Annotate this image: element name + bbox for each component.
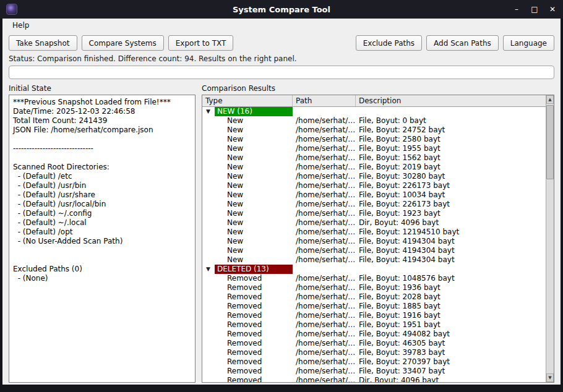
- filter-input[interactable]: [9, 66, 554, 79]
- expander-icon[interactable]: ▼: [206, 265, 215, 274]
- results-tree: Type Path Description ▼NEW (16)New/home/…: [202, 95, 546, 382]
- scrollbar-track[interactable]: [546, 104, 554, 373]
- tree-row[interactable]: New/home/serhat/…File, Boyut: 1923 bayt: [202, 209, 546, 218]
- tree-row[interactable]: Removed/home/serhat/…Dir, Boyut: 4096 ba…: [202, 376, 546, 382]
- tree-row[interactable]: New/home/serhat/…File, Boyut: 1955 bayt: [202, 144, 546, 153]
- scrollbar-thumb[interactable]: [546, 105, 554, 179]
- tree-row[interactable]: New/home/serhat/…File, Boyut: 0 bayt: [202, 116, 546, 126]
- tree-row[interactable]: New/home/serhat/…File, Boyut: 4194304 ba…: [202, 246, 546, 255]
- menubar: Help: [2, 19, 561, 32]
- tree-row[interactable]: New/home/serhat/…File, Boyut: 12194510 b…: [202, 228, 546, 237]
- tree-group-row[interactable]: ▼NEW (16): [202, 107, 546, 116]
- tree-row[interactable]: New/home/serhat/…File, Boyut: 226173 bay…: [202, 181, 546, 190]
- titlebar: System Compare Tool – □ ✕: [0, 0, 563, 19]
- tree-row[interactable]: Removed/home/serhat/…File, Boyut: 46305 …: [202, 339, 546, 348]
- tree-header: Type Path Description: [202, 95, 546, 107]
- client-area: Help Take Snapshot Compare Systems Expor…: [2, 19, 561, 385]
- status-text: Status: Comparison finished. Difference …: [2, 53, 561, 66]
- tree-row[interactable]: Removed/home/serhat/…File, Boyut: 104857…: [202, 274, 546, 283]
- close-button[interactable]: ✕: [548, 0, 557, 19]
- column-header-path[interactable]: Path: [293, 95, 356, 106]
- language-button[interactable]: Language: [503, 35, 554, 51]
- expander-icon[interactable]: ▼: [206, 107, 215, 116]
- tree-group-row[interactable]: ▼DELETED (13): [202, 265, 546, 274]
- column-header-type[interactable]: Type: [202, 95, 293, 106]
- initial-state-label: Initial State: [9, 84, 202, 93]
- screen: System Compare Tool – □ ✕ Help Take Snap…: [0, 0, 563, 392]
- export-to-txt-button[interactable]: Export to TXT: [168, 35, 234, 51]
- tree-row[interactable]: New/home/serhat/…File, Boyut: 30280 bayt: [202, 172, 546, 181]
- tree-row[interactable]: New/home/serhat/…File, Boyut: 24752 bayt: [202, 126, 546, 135]
- tree-row[interactable]: New/home/serhat/…File, Boyut: 4194304 ba…: [202, 255, 546, 265]
- exclude-paths-button[interactable]: Exclude Paths: [356, 35, 422, 51]
- tree-row[interactable]: Removed/home/serhat/…File, Boyut: 33407 …: [202, 367, 546, 376]
- group-label: DELETED (13): [215, 265, 293, 274]
- menu-help[interactable]: Help: [10, 20, 32, 31]
- column-header-description[interactable]: Description: [356, 95, 546, 106]
- tree-row[interactable]: Removed/home/serhat/…File, Boyut: 1916 b…: [202, 311, 546, 320]
- compare-systems-button[interactable]: Compare Systems: [82, 35, 164, 51]
- initial-state-text: ***Previous Snapshot Loaded from File!**…: [13, 98, 191, 283]
- scroll-up-button[interactable]: ▲: [546, 95, 554, 104]
- tree-row[interactable]: Removed/home/serhat/…File, Boyut: 270397…: [202, 357, 546, 367]
- tree-row[interactable]: Removed/home/serhat/…File, Boyut: 39783 …: [202, 348, 546, 357]
- tree-row[interactable]: New/home/serhat/…Dir, Boyut: 4096 bayt: [202, 218, 546, 228]
- tree-row[interactable]: Removed/home/serhat/…File, Boyut: 494082…: [202, 330, 546, 339]
- initial-state-panel[interactable]: ***Previous Snapshot Loaded from File!**…: [9, 95, 196, 383]
- tree-row[interactable]: New/home/serhat/…File, Boyut: 2580 bayt: [202, 135, 546, 144]
- tree-body: ▼NEW (16)New/home/serhat/…File, Boyut: 0…: [202, 107, 546, 382]
- group-label: NEW (16): [215, 107, 293, 116]
- window-controls: – □ ✕: [512, 0, 557, 19]
- maximize-button[interactable]: □: [530, 0, 539, 19]
- tree-row[interactable]: New/home/serhat/…File, Boyut: 10034 bayt: [202, 190, 546, 200]
- tree-row[interactable]: Removed/home/serhat/…File, Boyut: 1951 b…: [202, 320, 546, 330]
- tree-row[interactable]: New/home/serhat/…File, Boyut: 4194304 ba…: [202, 237, 546, 246]
- take-snapshot-button[interactable]: Take Snapshot: [9, 35, 77, 51]
- app-icon[interactable]: [6, 4, 17, 15]
- vertical-scrollbar[interactable]: ▲ ▼: [546, 95, 554, 382]
- toolbar: Take Snapshot Compare Systems Export to …: [2, 32, 561, 53]
- minimize-button[interactable]: –: [512, 0, 521, 19]
- tree-row[interactable]: Removed/home/serhat/…File, Boyut: 1936 b…: [202, 283, 546, 292]
- comparison-results-panel: Type Path Description ▼NEW (16)New/home/…: [202, 95, 554, 383]
- scroll-down-button[interactable]: ▼: [546, 373, 554, 382]
- panel-labels: Initial State Comparison Results: [2, 79, 561, 95]
- add-scan-paths-button[interactable]: Add Scan Paths: [426, 35, 499, 51]
- window-title: System Compare Tool: [0, 5, 563, 14]
- tree-row[interactable]: New/home/serhat/…File, Boyut: 2019 bayt: [202, 163, 546, 172]
- tree-row[interactable]: Removed/home/serhat/…File, Boyut: 1885 b…: [202, 302, 546, 311]
- panels: ***Previous Snapshot Loaded from File!**…: [2, 95, 561, 385]
- tree-row[interactable]: New/home/serhat/…File, Boyut: 1562 bayt: [202, 153, 546, 163]
- tree-row[interactable]: Removed/home/serhat/…File, Boyut: 2028 b…: [202, 292, 546, 302]
- tree-row[interactable]: New/home/serhat/…File, Boyut: 226173 bay…: [202, 200, 546, 209]
- comparison-results-label: Comparison Results: [202, 84, 554, 93]
